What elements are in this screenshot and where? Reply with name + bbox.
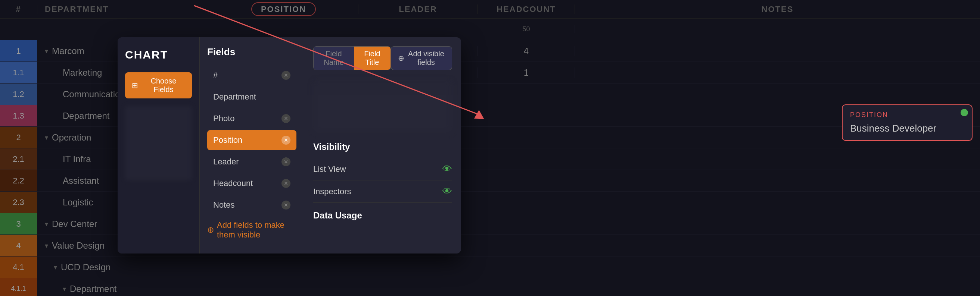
field-item-label: Position — [213, 135, 242, 145]
field-item[interactable]: Notes× — [207, 195, 296, 215]
position-card-label: POSITION — [850, 111, 964, 119]
visibility-section: Visibility List View 👁 Inspectors 👁 — [313, 142, 452, 203]
chart-panel: CHART ⊞ Choose Fields — [118, 37, 200, 253]
blurred-field-content — [313, 81, 452, 133]
position-card: POSITION Business Developer — [842, 104, 972, 141]
field-name-tab[interactable]: Field Name — [313, 47, 354, 70]
visibility-title: Visibility — [313, 142, 452, 152]
fields-panel-title: Fields — [207, 46, 296, 58]
field-title-tab[interactable]: Field Title — [354, 47, 390, 70]
fields-modal: CHART ⊞ Choose Fields Fields #×Departmen… — [118, 37, 461, 253]
data-usage-title: Data Usage — [313, 210, 452, 221]
field-item-label: Leader — [213, 157, 239, 167]
field-close-icon[interactable]: × — [282, 114, 290, 123]
list-view-eye-icon[interactable]: 👁 — [442, 163, 452, 175]
list-view-row: List View 👁 — [313, 158, 452, 180]
inspectors-label: Inspectors — [313, 187, 351, 196]
plus-icon: ⊕ — [207, 225, 214, 235]
field-item-label: Notes — [213, 200, 234, 210]
choose-fields-button[interactable]: ⊞ Choose Fields — [125, 72, 192, 98]
field-item[interactable]: Photo× — [207, 109, 296, 128]
field-close-icon[interactable]: × — [282, 136, 290, 145]
position-card-value: Business Developer — [850, 123, 964, 134]
field-item-label: # — [213, 70, 218, 80]
field-item-label: Department — [213, 92, 256, 102]
fields-list: #×DepartmentPhoto×Position×Leader×Headco… — [207, 65, 296, 215]
field-settings-header: Field Name Field Title ⊕ Add visible fie… — [313, 46, 452, 70]
field-item-label: Headcount — [213, 179, 253, 188]
field-item[interactable]: Position× — [207, 130, 296, 150]
position-card-badge — [961, 109, 968, 116]
field-item[interactable]: Department — [207, 87, 296, 107]
add-visible-fields-button[interactable]: ⊕ Add visible fields — [391, 46, 452, 70]
field-close-icon[interactable]: × — [282, 201, 290, 209]
chart-title: CHART — [125, 49, 192, 61]
field-item[interactable]: #× — [207, 65, 296, 85]
chart-preview — [125, 106, 192, 180]
field-toggle-group: Field Name Field Title — [313, 46, 391, 70]
field-close-icon[interactable]: × — [282, 157, 290, 166]
field-close-icon[interactable]: × — [282, 179, 290, 188]
field-item[interactable]: Headcount× — [207, 173, 296, 193]
inspectors-eye-icon[interactable]: 👁 — [442, 186, 452, 197]
field-item-label: Photo — [213, 114, 235, 123]
list-view-label: List View — [313, 165, 346, 174]
fields-panel: Fields #×DepartmentPhoto×Position×Leader… — [200, 37, 304, 253]
table-icon: ⊞ — [132, 81, 138, 90]
add-fields-hint[interactable]: ⊕ Add fields to make them visible — [207, 220, 296, 240]
plus-circle-icon: ⊕ — [398, 54, 404, 63]
field-settings-panel: Field Name Field Title ⊕ Add visible fie… — [304, 37, 461, 253]
inspectors-row: Inspectors 👁 — [313, 180, 452, 203]
field-close-icon[interactable]: × — [282, 71, 290, 80]
field-item[interactable]: Leader× — [207, 152, 296, 172]
